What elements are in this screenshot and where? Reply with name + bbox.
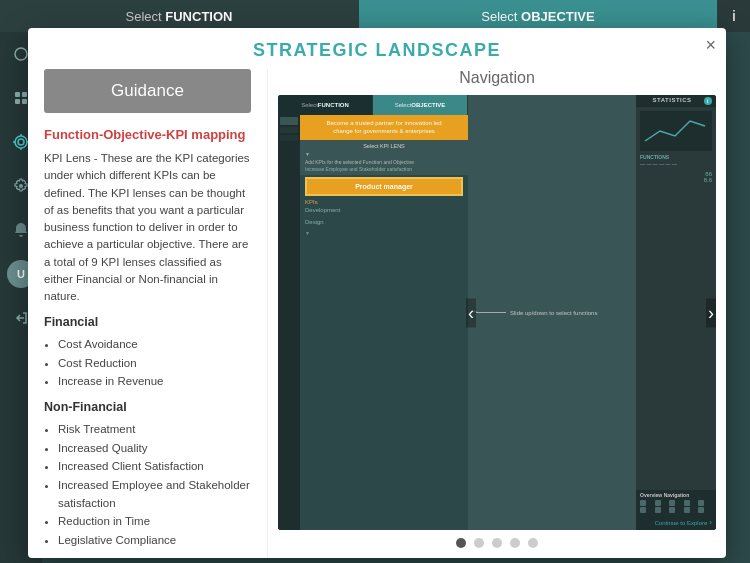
modal-header: STRATEGIC LANDSCAPE [28, 28, 726, 69]
modal-body: Guidance Function-Objective-KPI mapping … [28, 69, 726, 558]
preview-overview: Overview Navigation [636, 490, 716, 515]
preview-function-tab: Select FUNCTION [278, 95, 373, 115]
list-item: Increased Client Satisfaction [58, 457, 251, 475]
preview-body: Become a trusted partner for innovation … [278, 115, 468, 530]
list-item: Increased Employee and Stakeholder satis… [58, 476, 251, 513]
preview-overview-grid [640, 500, 712, 513]
select-function-label: Select FUNCTION [126, 9, 233, 24]
pagination-dot-2[interactable] [474, 538, 484, 548]
overview-dot [655, 500, 661, 506]
modal-close-button[interactable]: × [705, 36, 716, 54]
pagination-dot-3[interactable] [492, 538, 502, 548]
preview-main-content: Become a trusted partner for innovation … [300, 115, 468, 530]
non-financial-list: Risk Treatment Increased Quality Increas… [44, 420, 251, 549]
svg-rect-1 [15, 92, 20, 97]
svg-point-5 [15, 136, 27, 148]
guidance-heading: Function-Objective-KPI mapping [44, 127, 251, 142]
list-item: Reduction in Time [58, 512, 251, 530]
financial-list: Cost Avoidance Cost Reduction Increase i… [44, 335, 251, 390]
svg-point-6 [18, 139, 24, 145]
list-item: Increased Quality [58, 439, 251, 457]
list-item: Increase in Revenue [58, 372, 251, 390]
preview-objective-banner: Become a trusted partner for innovation … [300, 115, 468, 140]
overview-dot [698, 500, 704, 506]
overview-dot [684, 507, 690, 513]
preview-middle-section: ← Slide up/down to select functions [468, 95, 636, 530]
preview-instruction-text: Slide up/down to select functions [510, 310, 597, 316]
preview-mini-sidebar [278, 115, 300, 530]
overview-dot [669, 507, 675, 513]
preview-stats-header: STATISTICS i [636, 95, 716, 107]
guidance-panel: Guidance Function-Objective-KPI mapping … [28, 69, 268, 558]
overview-dot [640, 500, 646, 506]
preview-kpis-label: KPIs [305, 199, 463, 205]
svg-rect-3 [15, 99, 20, 104]
preview-left-section: Select FUNCTION Select OBJECTIVE [278, 95, 468, 530]
list-item: Legislative Compliance [58, 531, 251, 549]
pagination-dot-1[interactable] [456, 538, 466, 548]
preview-functions-list: FUNCTIONS — — — — — — [640, 154, 712, 167]
list-item: Risk Treatment [58, 420, 251, 438]
overview-dot [655, 507, 661, 513]
help-modal: × STRATEGIC LANDSCAPE Guidance Function-… [28, 28, 726, 558]
preview-stats-body: FUNCTIONS — — — — — — 868.6 [636, 107, 716, 490]
preview-overview-title: Overview Navigation [640, 492, 712, 498]
preview-continue[interactable]: Continue to Explore › [636, 515, 716, 530]
overview-dot [698, 507, 704, 513]
preview-arrow-left[interactable]: ‹ [466, 298, 476, 327]
navigation-label: Navigation [459, 69, 535, 87]
pagination-dots [456, 538, 538, 548]
list-item: Cost Avoidance [58, 335, 251, 353]
preview-instruction: ← Slide up/down to select functions [472, 308, 632, 318]
modal-title: STRATEGIC LANDSCAPE [48, 40, 706, 61]
preview-kpi-lens: Select KPI LENS ▼ Add KPIs for the selec… [300, 140, 468, 175]
navigation-preview: Select FUNCTION Select OBJECTIVE [278, 95, 716, 530]
preview-product-manager: Product manager [305, 177, 463, 196]
guidance-text-1: KPI Lens - These are the KPI categories … [44, 150, 251, 305]
overview-dot [640, 507, 646, 513]
svg-rect-4 [22, 99, 27, 104]
pagination-dot-5[interactable] [528, 538, 538, 548]
non-financial-heading: Non-Financial [44, 400, 251, 414]
navigation-panel: Navigation Select FUNCTION Select OBJECT… [268, 69, 726, 558]
preview-design-label: Design [305, 219, 463, 225]
overview-dot [669, 500, 675, 506]
select-objective-label: Select OBJECTIVE [481, 9, 594, 24]
guidance-button[interactable]: Guidance [44, 69, 251, 113]
preview-top-bar: Select FUNCTION Select OBJECTIVE [278, 95, 468, 115]
preview-objective-tab: Select OBJECTIVE [373, 95, 468, 115]
overview-dot [684, 500, 690, 506]
preview-development-label: Development [305, 207, 463, 213]
svg-rect-2 [22, 92, 27, 97]
preview-right-section: STATISTICS i FUNCTIONS — — — — — — [636, 95, 716, 530]
list-item: Cost Reduction [58, 354, 251, 372]
pagination-dot-4[interactable] [510, 538, 520, 548]
financial-heading: Financial [44, 315, 251, 329]
svg-point-0 [15, 48, 27, 60]
preview-arrow-right[interactable]: › [706, 298, 716, 327]
